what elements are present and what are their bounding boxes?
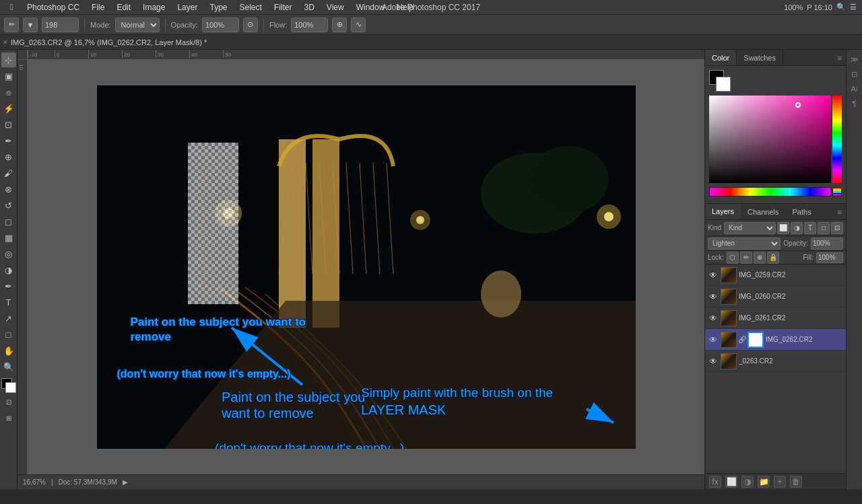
kind-select[interactable]: Kind [724,222,776,234]
tab-paths[interactable]: Paths [786,204,818,219]
crop-tool[interactable]: ⊡ [1,117,16,132]
menu-extra-icon[interactable]: ☰ [850,3,857,11]
menu-3d[interactable]: 3D [299,1,320,13]
panel-para-btn[interactable]: ¶ [848,97,861,110]
panel-settings-btn[interactable]: ⊡ [848,67,861,81]
visibility-0262[interactable]: 👁 [708,334,719,345]
airbrush-icon[interactable]: ⊙ [243,17,258,32]
search-icon[interactable]: 🔍 [836,3,846,11]
filter-adjust-icon[interactable]: ◑ [791,222,803,234]
filter-pixel-icon[interactable]: ⬜ [777,222,789,234]
history-brush-tool[interactable]: ↺ [1,198,16,213]
brush-size-value[interactable]: 198 [42,17,79,32]
shape-tool[interactable]: □ [1,327,16,342]
flow-value[interactable]: 100% [291,17,328,32]
fg-bg-swatches[interactable] [709,70,731,92]
move-tool[interactable]: ⊹ [1,52,16,67]
layer-item-0259[interactable]: 👁 IMG_0259.CR2 [705,264,846,286]
filter-type-icon[interactable]: T [804,222,816,234]
opacity-value[interactable]: 100% [202,17,239,32]
blur-tool[interactable]: ◎ [1,246,16,261]
brush-tool-icon[interactable]: ✏ [4,17,19,32]
layer-item-0261[interactable]: 👁 IMG_0261.CR2 [705,308,846,329]
menu-window[interactable]: Window [351,1,391,13]
apple-icon[interactable]:  [5,1,18,13]
background-color[interactable] [5,382,16,393]
pen-tool[interactable]: ✒ [1,279,16,293]
brush-tool[interactable]: 🖌 [1,166,16,180]
filter-shape-icon[interactable]: □ [818,222,830,234]
doc-size-arrow[interactable]: ▶ [123,478,128,486]
layer-item-0262[interactable]: 👁 🔗 IMG_0262.CR2 [705,329,846,351]
visibility-0261[interactable]: 👁 [708,313,719,324]
tab-filename[interactable]: IMG_0263.CR2 @ 16,7% (IMG_0262.CR2, Laye… [11,38,207,46]
visibility-0260[interactable]: 👁 [708,291,719,302]
fill-value[interactable]: 100% [816,252,843,263]
gradient-tool[interactable]: ▦ [1,230,16,245]
tab-channels[interactable]: Channels [741,204,785,219]
filter-smart-icon[interactable]: ⊡ [831,222,843,234]
collapse-panel-btn[interactable]: ≫ [848,52,861,66]
visibility-0263[interactable]: 👁 [708,356,719,367]
color-field[interactable] [709,96,831,183]
new-layer-btn[interactable]: + [774,476,786,488]
lock-all-btn[interactable]: 🔒 [767,252,779,264]
lock-position-btn[interactable]: ⊕ [754,252,766,264]
menu-file[interactable]: File [86,1,110,13]
eyedropper-tool[interactable]: ✒ [1,133,16,148]
blend-mode-select[interactable]: Lighten [708,238,781,250]
eraser-tool[interactable]: ◻ [1,214,16,229]
healing-tool[interactable]: ⊕ [1,149,16,164]
layer-item-0263[interactable]: 👁 _0263.CR2 [705,351,846,372]
mode-select[interactable]: Normal [115,17,160,32]
dodge-tool[interactable]: ◑ [1,262,16,277]
tab-layers[interactable]: Layers [705,204,741,219]
opacity-value[interactable]: 100% [811,238,843,250]
layer-item-0260[interactable]: 👁 IMG_0260.CR2 [705,286,846,308]
flow-icon[interactable]: ⊕ [332,17,347,32]
hue-strip[interactable] [832,187,842,196]
hand-tool[interactable]: ✋ [1,343,16,358]
screen-mode-toggle[interactable]: ⊞ [1,410,16,425]
color-gradient-picker[interactable] [709,96,842,183]
lock-transparent-btn[interactable]: ⬡ [727,252,739,264]
menu-select[interactable]: Select [234,1,267,13]
brush-preset-icon[interactable]: ▼ [23,17,38,32]
layer-mask-thumb-0262[interactable] [748,332,764,348]
hue-slider[interactable] [832,96,842,183]
new-fill-layer-btn[interactable]: ◑ [741,476,754,488]
tab-swatches[interactable]: Swatches [737,50,783,65]
canvas-image[interactable]: Paint on the subject you want to remove … [97,85,636,449]
tab-close-btn[interactable]: ✕ [3,39,8,46]
color-panel-close[interactable]: ≡ [834,54,846,62]
quick-mask-toggle[interactable]: ⊡ [1,394,16,409]
magic-wand-tool[interactable]: ⚡ [1,101,16,116]
tab-color[interactable]: Color [705,50,737,65]
menu-filter[interactable]: Filter [269,1,298,13]
menu-edit[interactable]: Edit [111,1,136,13]
smooth-icon[interactable]: ∿ [351,17,366,32]
add-mask-btn[interactable]: ⬜ [725,476,737,488]
background-swatch[interactable] [716,77,731,92]
menu-type[interactable]: Type [204,1,232,13]
clone-tool[interactable]: ⊗ [1,182,16,196]
menu-image[interactable]: Image [137,1,170,13]
canvas-container[interactable]: Paint on the subject you want to remove … [28,60,704,474]
lasso-tool[interactable]: ⌾ [1,85,16,100]
panel-type-btn[interactable]: Ai [848,82,861,96]
color-spectrum-strip[interactable] [709,187,831,196]
menu-layer[interactable]: Layer [172,1,203,13]
menu-view[interactable]: View [321,1,350,13]
visibility-0259[interactable]: 👁 [708,270,719,281]
lock-image-btn[interactable]: ✏ [740,252,752,264]
path-selection-tool[interactable]: ↗ [1,311,16,326]
layer-fx-btn[interactable]: fx [709,476,721,488]
text-tool[interactable]: T [1,295,16,310]
selection-tool[interactable]: ▣ [1,69,16,83]
delete-layer-btn[interactable]: 🗑 [790,476,802,488]
foreground-background-colors[interactable] [1,378,16,393]
layers-panel-close[interactable]: ≡ [834,208,846,216]
zoom-tool[interactable]: 🔍 [1,359,16,374]
new-group-btn[interactable]: 📁 [758,476,770,488]
menu-help[interactable]: Help [391,1,419,13]
